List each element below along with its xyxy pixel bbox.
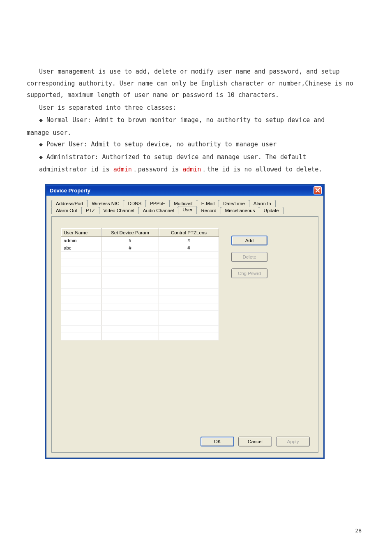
col-user-name[interactable]: User Name [61,229,101,237]
cancel-button[interactable]: Cancel [238,437,272,446]
titlebar[interactable]: Device Property [46,185,323,196]
tab-pppoe[interactable]: PPPoE [145,200,170,207]
ok-button[interactable]: OK [201,437,234,446]
user-table[interactable]: User Name Set Device Param Control PTZLe… [61,228,219,340]
table-row[interactable] [61,296,219,303]
device-property-dialog: Device Property Address/Port Wireless NI… [45,184,325,459]
tab-alarm-in[interactable]: Alarm In [249,200,276,207]
page-number: 28 [355,527,362,534]
col-set-device-param[interactable]: Set Device Param [101,229,159,237]
tab-user[interactable]: User [178,206,197,214]
tab-wireless-nic[interactable]: Wireless NIC [87,200,124,207]
table-row[interactable] [61,311,219,318]
tab-video-channel[interactable]: Video Channel [99,207,139,214]
apply-button[interactable]: Apply [276,437,310,446]
dialog-title: Device Property [50,187,90,194]
table-row[interactable] [61,289,219,296]
admin-pw: admin [182,166,201,173]
tab-panel-user: User Name Set Device Param Control PTZLe… [51,216,318,453]
col-control-ptzlens[interactable]: Control PTZLens [159,229,219,237]
document-body: User management is use to add, delete or… [0,0,392,176]
table-row[interactable] [61,259,219,266]
tab-update[interactable]: Update [259,207,283,214]
paragraph-classes: User is separated into three classes: [27,102,365,114]
tab-miscellaneous[interactable]: Miscellaneous [221,207,260,214]
add-button[interactable]: Add [231,236,267,245]
bullet-normal-user-cont: manage user. [27,127,365,139]
admin-text-pre: administrator id is [39,166,113,173]
table-row[interactable] [61,274,219,281]
bullet-power-user: ◆ Power User: Admit to setup device, no … [27,139,365,150]
cell-control-ptz: # [159,237,219,244]
dialog-footer: OK Cancel Apply [201,437,310,446]
delete-button[interactable]: Delete [231,252,267,262]
cell-user-name: abc [61,244,101,252]
close-icon[interactable] [314,186,322,194]
cell-set-param: # [101,237,159,244]
admin-text-post: ，the id is no allowed to delete. [201,166,322,173]
dialog-body: Address/Port Wireless NIC DDNS PPPoE Mul… [46,196,323,458]
table-row[interactable]: admin## [61,237,219,244]
table-row[interactable] [61,333,219,340]
table-row[interactable] [61,326,219,333]
paragraph-intro: User management is use to add, delete or… [27,66,365,101]
tab-ddns[interactable]: DDNS [124,200,146,207]
bullet-admin-2: administrator id is admin，password is ad… [27,164,365,176]
tab-audio-channel[interactable]: Audio Channel [138,207,178,214]
table-row[interactable] [61,252,219,259]
cell-user-name: admin [61,237,101,244]
table-row[interactable] [61,281,219,289]
table-row[interactable] [61,266,219,274]
tab-record[interactable]: Record [196,207,221,214]
cell-set-param: # [101,244,159,252]
side-buttons: Add Delete Chg Pswrd [231,228,267,285]
bullet-admin-1: ◆ Administrator: Authorized to setup dev… [27,151,365,163]
table-row[interactable] [61,318,219,326]
tab-datetime[interactable]: Date/Time [219,200,249,207]
admin-text-mid: ，password is [132,166,182,173]
tab-address-port[interactable]: Address/Port [51,200,88,207]
tab-alarm-out[interactable]: Alarm Out [51,207,82,214]
tab-ptz[interactable]: PTZ [81,207,99,214]
tab-email[interactable]: E-Mail [197,200,219,207]
tab-strip: Address/Port Wireless NIC DDNS PPPoE Mul… [51,200,318,214]
admin-id: admin [113,166,132,173]
tab-row-2: Alarm Out PTZ Video Channel Audio Channe… [51,207,318,214]
bullet-normal-user: ◆ Normal User: Admit to brown monitor im… [27,114,365,126]
table-row[interactable]: abc## [61,244,219,252]
table-row[interactable] [61,303,219,311]
chg-pswrd-button[interactable]: Chg Pswrd [231,268,267,278]
cell-control-ptz: # [159,244,219,252]
